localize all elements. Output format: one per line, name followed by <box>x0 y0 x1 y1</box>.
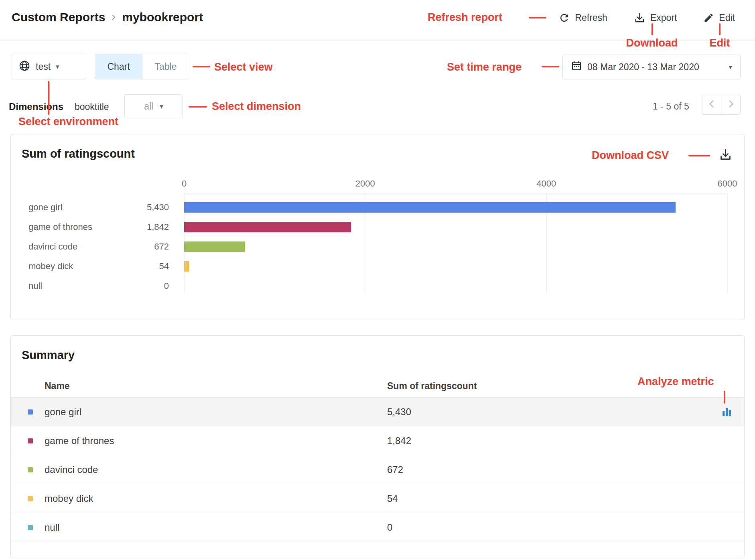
chart-value-label: 0 <box>107 276 169 296</box>
chart-category-label: mobey dick <box>28 256 73 276</box>
chevron-right-icon <box>726 99 736 111</box>
breadcrumb-root[interactable]: Custom Reports <box>12 10 105 24</box>
download-csv-button[interactable] <box>719 148 732 163</box>
chart-category-label: davinci code <box>28 237 77 256</box>
summary-table-row[interactable]: game of thrones1,842 <box>11 426 744 455</box>
caret-down-icon: ▾ <box>56 63 59 70</box>
legend-swatch <box>28 409 33 414</box>
summary-table: Name Sum of ratingscount gone girl5,430g… <box>11 374 744 542</box>
annotation-line-edit <box>719 23 720 35</box>
caret-down-icon: ▾ <box>729 64 732 71</box>
chart-bar[interactable] <box>184 241 245 252</box>
environment-value: test <box>36 61 51 72</box>
chart-bar-area <box>184 281 727 291</box>
x-axis-tick-label: 2000 <box>355 178 375 190</box>
chart-card: Sum of ratingscount 0200040006000 gone g… <box>10 134 745 320</box>
refresh-icon <box>558 12 570 24</box>
x-axis: 0200040006000 <box>184 178 727 190</box>
row-value: 5,430 <box>387 398 411 426</box>
row-name: davinci code <box>45 455 98 484</box>
chart-title: Sum of ratingscount <box>22 147 135 160</box>
chart-bar-area <box>184 202 727 213</box>
column-header-value: Sum of ratingscount <box>387 374 477 398</box>
chart-row: mobey dick54 <box>11 256 744 276</box>
annotation-select-view: Select view <box>214 61 273 73</box>
environment-select[interactable]: test ▾ <box>12 54 86 79</box>
summary-table-row[interactable]: mobey dick54 <box>11 484 744 513</box>
annotation-select-environment: Select environment <box>18 116 118 128</box>
summary-table-body: gone girl5,430game of thrones1,842davinc… <box>11 398 744 542</box>
chart-value-label: 1,842 <box>107 217 169 237</box>
chart-row: gone girl5,430 <box>11 197 744 217</box>
annotation-download: Download <box>618 37 686 49</box>
chart-row: game of thrones1,842 <box>11 217 744 237</box>
row-value: 0 <box>387 513 392 542</box>
row-name: game of thrones <box>45 426 114 455</box>
x-axis-tick-label: 4000 <box>536 178 556 190</box>
refresh-button[interactable]: Refresh <box>558 12 607 24</box>
annotation-line-analyze-metric <box>724 391 725 404</box>
chart-category-label: null <box>28 276 42 296</box>
annotation-refresh-report: Refresh report <box>428 11 502 24</box>
download-icon <box>719 156 732 162</box>
breadcrumb-current: mybookreport <box>122 10 203 24</box>
summary-table-row[interactable]: gone girl5,430 <box>11 398 744 426</box>
annotation-line-select-dimension <box>189 106 207 108</box>
summary-table-row[interactable]: null0 <box>11 513 744 542</box>
chart-bar[interactable] <box>184 261 189 272</box>
breadcrumb: Custom Reports › mybookreport <box>12 10 203 24</box>
download-icon <box>634 12 645 24</box>
date-range-value: 08 Mar 2020 - 13 Mar 2020 <box>587 62 699 73</box>
dimension-filter-select[interactable]: all ▾ <box>124 94 183 118</box>
row-value: 672 <box>387 455 403 484</box>
chart-bar[interactable] <box>184 202 676 213</box>
export-button[interactable]: Export <box>634 12 677 24</box>
annotation-set-time-range: Set time range <box>447 61 522 73</box>
analyze-metric-icon[interactable] <box>720 406 733 418</box>
pencil-icon <box>703 12 714 23</box>
view-toggle: Chart Table <box>95 54 189 79</box>
tab-table[interactable]: Table <box>142 54 189 79</box>
row-name: mobey dick <box>45 484 93 513</box>
legend-swatch <box>28 525 33 530</box>
pagination-status: 1 - 5 of 5 <box>653 101 689 112</box>
chart-value-label: 54 <box>107 256 169 276</box>
legend-swatch <box>28 496 33 501</box>
annotation-line-set-time-range <box>542 66 559 67</box>
annotation-line-select-view <box>193 66 210 67</box>
tab-chart[interactable]: Chart <box>95 54 142 79</box>
calendar-icon <box>571 60 582 74</box>
x-axis-tick-label: 0 <box>182 178 187 190</box>
header: Custom Reports › mybookreport Refresh Ex… <box>0 0 755 41</box>
caret-down-icon: ▾ <box>160 103 163 110</box>
chart-value-label: 672 <box>107 237 169 256</box>
column-header-name: Name <box>45 374 70 398</box>
edit-label: Edit <box>719 12 735 23</box>
annotation-edit: Edit <box>706 37 734 49</box>
chart-rows: gone girl5,430game of thrones1,842davinc… <box>11 197 744 296</box>
previous-page-button[interactable] <box>702 95 721 115</box>
row-value: 1,842 <box>387 426 411 455</box>
annotation-line-refresh <box>529 17 546 18</box>
legend-swatch <box>28 438 33 443</box>
summary-title: Summary <box>22 349 75 362</box>
row-name: null <box>45 513 59 542</box>
chart-bar-area <box>184 222 727 232</box>
chart-category-label: game of thrones <box>28 217 92 237</box>
dimension-filter-value: all <box>144 101 153 112</box>
chart-value-label: 5,430 <box>107 197 169 217</box>
edit-button[interactable]: Edit <box>703 12 735 23</box>
row-name: gone girl <box>45 398 81 426</box>
next-page-button[interactable] <box>721 95 741 115</box>
header-actions: Refresh Export Edit <box>558 12 735 24</box>
chevron-left-icon <box>706 99 717 111</box>
summary-card: Summary Name Sum of ratingscount gone gi… <box>10 335 745 558</box>
globe-icon <box>18 60 30 73</box>
pagination-controls <box>702 95 741 115</box>
summary-table-row[interactable]: davinci code672 <box>11 455 744 484</box>
annotation-line-download-csv <box>688 155 710 156</box>
annotation-line-download <box>651 23 653 35</box>
annotation-analyze-metric: Analyze metric <box>637 375 714 388</box>
date-range-picker[interactable]: 08 Mar 2020 - 13 Mar 2020 ▾ <box>562 55 741 79</box>
chart-bar[interactable] <box>184 222 351 232</box>
